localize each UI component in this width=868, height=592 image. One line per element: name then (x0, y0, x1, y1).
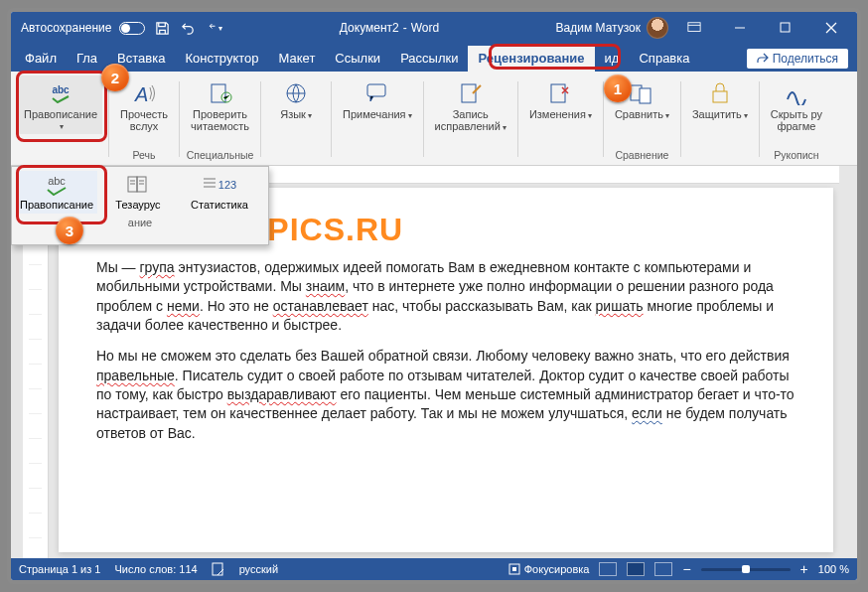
svg-rect-14 (213, 563, 222, 575)
tab-references[interactable]: Ссылки (325, 46, 390, 72)
spelling-icon: abc (46, 80, 75, 106)
dd-spelling-button[interactable]: abc Правописание (16, 171, 97, 214)
svg-rect-1 (781, 23, 790, 32)
status-words[interactable]: Число слов: 114 (114, 563, 197, 575)
user-name: Вадим Матузок (556, 21, 641, 35)
title-bar: Автосохранение ▾ Документ2-Word Вадим Ма… (11, 12, 857, 44)
compare-button[interactable]: Сравнить▾ (610, 75, 674, 125)
tab-design[interactable]: Конструктор (175, 46, 268, 72)
avatar[interactable] (647, 17, 668, 39)
share-icon (757, 53, 769, 65)
language-button[interactable]: Язык▾ (267, 75, 325, 125)
chevron-down-icon: ▾ (60, 122, 64, 131)
group-speech-label: Речь (133, 149, 156, 163)
group-compare-label: Сравнение (615, 149, 668, 163)
read-aloud-button[interactable]: A Прочесть вслух (115, 75, 173, 135)
ribbon: abc Правописание ▾ A Прочесть вслух Речь… (11, 72, 857, 166)
autosave-toggle[interactable] (119, 22, 145, 35)
tab-layout[interactable]: Макет (269, 46, 326, 72)
ink-button[interactable]: Скрыть ру фрагме (766, 75, 827, 135)
tab-bar: Файл Гла Вставка Конструктор Макет Ссылк… (11, 44, 857, 72)
share-button[interactable]: Поделиться (747, 49, 848, 69)
view-print-icon[interactable] (627, 562, 645, 576)
spelling-dropdown: abc Правописание Тезаурус 123 Статистика… (11, 166, 269, 245)
accessibility-button[interactable]: Проверить читаемость (186, 75, 254, 135)
read-aloud-icon: A (129, 80, 159, 106)
tab-view[interactable]: ид (595, 46, 630, 72)
tab-mailings[interactable]: Рассылки (390, 46, 468, 72)
redo-icon[interactable]: ▾ (205, 19, 222, 37)
logo-text: LUMPICS.RU (196, 212, 796, 248)
spelling-button[interactable]: abc Правописание ▾ (19, 75, 102, 134)
dd-stats-icon: 123 (203, 174, 236, 196)
paragraph-2: Но мы не сможем это сделать без Вашей об… (96, 347, 796, 443)
status-bar: Страница 1 из 1 Число слов: 114 русский … (11, 558, 857, 580)
minimize-icon[interactable] (720, 12, 760, 44)
status-proof-icon[interactable] (212, 562, 225, 576)
group-ink-label: Рукописн (774, 149, 818, 163)
svg-rect-11 (713, 91, 727, 102)
app-window: Автосохранение ▾ Документ2-Word Вадим Ма… (7, 8, 861, 584)
tab-file[interactable]: Файл (15, 46, 67, 72)
svg-rect-10 (640, 88, 651, 103)
dd-spelling-icon: abc (47, 174, 67, 196)
ribbon-options-icon[interactable] (674, 12, 714, 44)
svg-rect-16 (512, 567, 516, 571)
dd-thesaurus-icon (126, 174, 150, 196)
save-icon[interactable] (153, 19, 171, 37)
language-icon (281, 80, 311, 106)
protect-icon (705, 80, 735, 106)
tab-home[interactable]: Гла (67, 46, 107, 72)
zoom-out[interactable]: − (682, 561, 690, 577)
compare-icon (627, 80, 656, 106)
protect-button[interactable]: Защитить▾ (687, 75, 753, 125)
svg-rect-0 (688, 23, 700, 32)
tracking-button[interactable]: Запись исправлений▾ (430, 75, 511, 137)
view-web-icon[interactable] (654, 562, 672, 576)
status-focus[interactable]: Фокусировка (508, 563, 590, 575)
zoom-value[interactable]: 100 % (818, 563, 849, 575)
autosave-label: Автосохранение (21, 21, 111, 35)
maximize-icon[interactable] (766, 12, 805, 44)
changes-icon (545, 80, 575, 106)
accessibility-icon (206, 80, 235, 106)
comments-icon (362, 80, 392, 106)
svg-rect-6 (367, 84, 385, 96)
paragraph-1: Мы — група энтузиастов, одержимых идеей … (96, 258, 796, 335)
close-icon[interactable] (811, 12, 851, 44)
undo-icon[interactable] (179, 19, 197, 37)
dd-stats-button[interactable]: 123 Статистика (179, 171, 260, 214)
comments-button[interactable]: Примечания▾ (338, 75, 417, 125)
group-special-label: Специальные (187, 149, 254, 163)
tab-help[interactable]: Справка (629, 46, 699, 72)
status-language[interactable]: русский (239, 563, 278, 575)
dd-group-label: ание (12, 214, 268, 232)
zoom-in[interactable]: + (800, 561, 808, 577)
tracking-icon (456, 80, 486, 106)
svg-text:A: A (134, 83, 148, 105)
changes-button[interactable]: Изменения▾ (524, 75, 597, 125)
dd-thesaurus-button[interactable]: Тезаурус (97, 171, 179, 214)
tab-review[interactable]: Рецензирование (468, 46, 594, 72)
ink-icon (782, 80, 811, 106)
focus-icon (508, 563, 520, 575)
zoom-slider[interactable] (701, 568, 791, 571)
tab-insert[interactable]: Вставка (107, 46, 175, 72)
view-read-icon[interactable] (599, 562, 617, 576)
window-title: Документ2-Word (222, 21, 555, 35)
status-page[interactable]: Страница 1 из 1 (19, 563, 100, 575)
